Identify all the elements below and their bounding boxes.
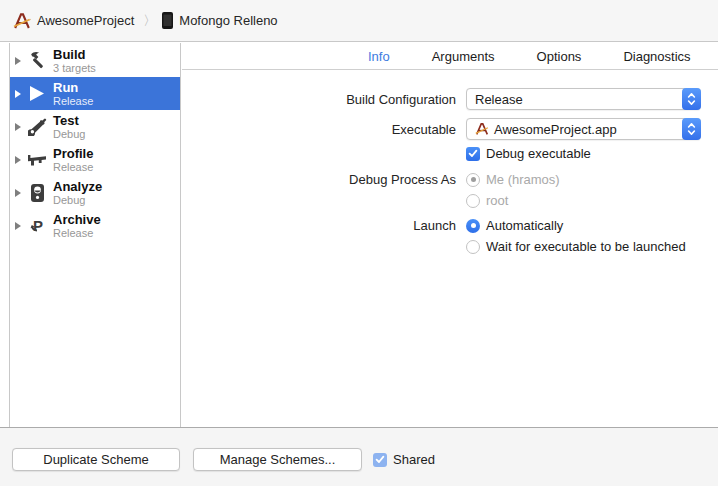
tab-arguments[interactable]: Arguments xyxy=(432,49,495,64)
breadcrumb-project[interactable]: AwesomeProject xyxy=(37,13,134,28)
info-form: Build Configuration Release xyxy=(182,70,718,254)
manage-schemes-button[interactable]: Manage Schemes... xyxy=(193,448,362,471)
scheme-actions-sidebar: Build 3 targets Run Release xyxy=(9,43,181,427)
archive-icon: P xyxy=(25,217,49,235)
sidebar-item-analyze[interactable]: Analyze Debug xyxy=(10,176,180,209)
hammer-icon xyxy=(25,51,49,70)
sidebar-item-label: Build xyxy=(53,47,96,62)
launch-label: Launch xyxy=(182,218,456,233)
sidebar-item-profile[interactable]: Profile Release xyxy=(10,143,180,176)
debug-as-root-label: root xyxy=(486,193,508,208)
sidebar-item-label: Archive xyxy=(53,212,101,227)
disclosure-triangle-icon[interactable] xyxy=(15,123,21,131)
footer-bar: Duplicate Scheme Manage Schemes... Share… xyxy=(0,427,718,486)
sidebar-item-subtitle: Release xyxy=(53,161,93,174)
launch-automatically-label: Automatically xyxy=(486,218,563,233)
debug-executable-checkbox[interactable] xyxy=(466,147,480,161)
sidebar-item-archive[interactable]: P Archive Release xyxy=(10,209,180,242)
sidebar-item-build[interactable]: Build 3 targets xyxy=(10,44,180,77)
sidebar-item-run[interactable]: Run Release xyxy=(10,77,180,110)
popup-stepper-icon xyxy=(682,88,701,110)
wrench-icon xyxy=(25,117,49,136)
launch-wait-label: Wait for executable to be launched xyxy=(486,239,686,254)
sidebar-item-label: Analyze xyxy=(53,179,102,194)
sidebar-item-subtitle: Debug xyxy=(53,128,85,141)
disclosure-triangle-icon[interactable] xyxy=(15,189,21,197)
popup-stepper-icon xyxy=(682,118,701,140)
sidebar-item-subtitle: Release xyxy=(53,227,101,240)
tab-info[interactable]: Info xyxy=(368,49,390,64)
debug-as-root-radio xyxy=(466,194,480,208)
app-icon xyxy=(475,122,489,136)
debug-process-as-label: Debug Process As xyxy=(182,172,456,187)
analyze-icon xyxy=(25,184,49,202)
sidebar-item-subtitle: Release xyxy=(53,95,93,108)
executable-label: Executable xyxy=(182,122,456,137)
debug-as-me-label: Me (hramos) xyxy=(486,172,560,187)
play-icon xyxy=(25,85,49,102)
shared-checkbox-label: Shared xyxy=(393,452,435,467)
build-configuration-popup[interactable]: Release xyxy=(466,88,701,110)
shared-checkbox[interactable] xyxy=(373,453,387,467)
tab-bar: Info Arguments Options Diagnostics xyxy=(182,43,718,70)
sidebar-item-test[interactable]: Test Debug xyxy=(10,110,180,143)
build-configuration-value: Release xyxy=(475,92,523,107)
scheme-detail-pane: Info Arguments Options Diagnostics Build… xyxy=(182,43,718,427)
disclosure-triangle-icon[interactable] xyxy=(15,222,21,230)
sidebar-item-subtitle: 3 targets xyxy=(53,62,96,75)
launch-automatically-radio[interactable] xyxy=(466,219,480,233)
duplicate-scheme-button[interactable]: Duplicate Scheme xyxy=(12,448,180,471)
breadcrumb-separator: 〉 xyxy=(143,12,156,30)
disclosure-triangle-icon[interactable] xyxy=(15,156,21,164)
disclosure-triangle-icon[interactable] xyxy=(15,57,21,65)
device-icon xyxy=(162,12,173,29)
tab-options[interactable]: Options xyxy=(537,49,582,64)
build-configuration-label: Build Configuration xyxy=(182,92,456,107)
launch-wait-radio[interactable] xyxy=(466,240,480,254)
breadcrumb-scheme[interactable]: Mofongo Relleno xyxy=(179,13,277,28)
scheme-editor-body: Build 3 targets Run Release xyxy=(0,43,718,427)
svg-text:P: P xyxy=(33,217,43,234)
executable-value: AwesomeProject.app xyxy=(494,122,617,137)
executable-popup[interactable]: AwesomeProject.app xyxy=(466,118,701,140)
project-icon xyxy=(13,12,31,30)
sidebar-item-subtitle: Debug xyxy=(53,194,102,207)
breadcrumb: AwesomeProject 〉 Mofongo Relleno xyxy=(0,0,718,42)
caliper-icon xyxy=(25,152,49,167)
disclosure-triangle-icon[interactable] xyxy=(15,90,21,98)
debug-as-me-radio xyxy=(466,173,480,187)
sidebar-item-label: Run xyxy=(53,80,93,95)
sidebar-item-label: Test xyxy=(53,113,85,128)
debug-executable-label: Debug executable xyxy=(486,146,591,161)
tab-diagnostics[interactable]: Diagnostics xyxy=(623,49,690,64)
sidebar-item-label: Profile xyxy=(53,146,93,161)
